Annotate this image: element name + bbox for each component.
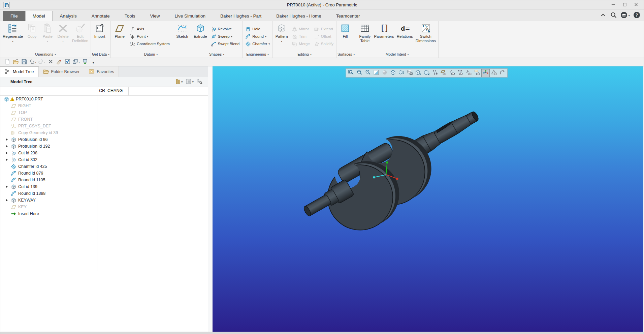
parameters-button[interactable]: []Parameters <box>373 22 395 51</box>
tree-item-chamfer-425[interactable]: Chamfer id 425 <box>0 163 212 170</box>
swept-blend-button[interactable]: Swept Blend <box>210 40 241 48</box>
tree-item-protrusion-192[interactable]: Protrusion id 192 <box>0 143 212 150</box>
tree-item-prt-csys-def[interactable]: y PRT_CSYS_DEF <box>0 123 212 129</box>
mirror-button[interactable]: Mirror <box>291 26 311 33</box>
solidify-button[interactable]: Solidify <box>313 40 334 48</box>
repaint-button[interactable] <box>372 69 380 77</box>
shading-style-button[interactable] <box>380 69 389 77</box>
point-button[interactable]: xPoint▾ <box>129 33 171 40</box>
extend-button[interactable]: Extend <box>313 26 334 33</box>
csys-display-button[interactable] <box>464 69 473 77</box>
crankshaft-model[interactable] <box>213 66 643 332</box>
paste-button[interactable]: Paste▾ <box>40 22 55 51</box>
family-table-button[interactable]: Family Table <box>357 22 373 51</box>
close-window-button[interactable] <box>46 58 55 66</box>
tab-teamcenter[interactable]: Teamcenter <box>329 11 367 21</box>
chamfer-button[interactable]: Chamfer▾ <box>244 40 271 48</box>
expand-arrow-icon[interactable] <box>6 199 11 202</box>
delete-button[interactable]: Delete▾ <box>55 22 71 51</box>
axis-display-button[interactable] <box>448 69 456 77</box>
tree-item-round-879[interactable]: Round id 879 <box>0 170 212 177</box>
redo-button[interactable]: ▾ <box>37 58 46 66</box>
window-arrange-button[interactable]: ▾ <box>72 58 80 66</box>
panel-tab-favorites[interactable]: Favorites <box>84 66 119 77</box>
undo-button[interactable]: ▾ <box>28 58 37 66</box>
tree-item-insert-here[interactable]: Insert Here <box>0 210 212 217</box>
sweep-button[interactable]: Sweep▾ <box>210 33 241 40</box>
erase-not-displayed-button[interactable] <box>55 58 63 66</box>
merge-button[interactable]: Merge <box>291 40 311 48</box>
section-button[interactable] <box>414 69 422 77</box>
tree-item-copy-geometry[interactable]: Copy Geometry id 39 <box>0 129 212 136</box>
round-button[interactable]: Round▾ <box>244 33 271 40</box>
appearance-button[interactable] <box>422 69 431 77</box>
tree-display-button[interactable]: ▾ <box>186 79 194 86</box>
tab-file[interactable]: File <box>3 11 25 21</box>
expand-arrow-icon[interactable] <box>6 138 11 141</box>
tab-model[interactable]: Model <box>25 11 53 21</box>
tab-analysis[interactable]: Analysis <box>53 11 84 21</box>
plane-button[interactable]: Plane <box>112 22 127 51</box>
collapse-ribbon-button[interactable] <box>600 11 607 20</box>
customize-toolbar-button[interactable]: ▾ <box>89 58 97 66</box>
tree-item-round-1388[interactable]: Round id 1388 <box>0 190 212 197</box>
copy-button[interactable]: Copy <box>24 22 40 51</box>
tree-item-protrusion-96[interactable]: Protrusion id 96 <box>0 136 212 143</box>
geometry-checks-button[interactable] <box>490 69 498 77</box>
expand-arrow-icon[interactable] <box>6 145 11 148</box>
tree-item-cut-139[interactable]: Cut id 139 <box>0 183 212 190</box>
zoom-out-button[interactable] <box>363 69 372 77</box>
fill-button[interactable]: Fill <box>337 22 353 51</box>
tree-item-prt0010[interactable]: PRT0010.PRT <box>0 96 212 102</box>
perspective-button[interactable] <box>498 69 507 77</box>
minimize-button[interactable] <box>607 1 619 9</box>
group-label-get-data[interactable]: Get Data▾ <box>92 51 109 58</box>
trim-button[interactable]: Trim <box>291 33 311 40</box>
edit-definition-button[interactable]: Edit Definition <box>71 22 90 51</box>
tree-item-cut-302[interactable]: Cut id 302 <box>0 156 212 163</box>
tree-column-header[interactable]: CR_CHANG <box>0 87 212 96</box>
pattern-button[interactable]: Pattern▾ <box>274 22 289 51</box>
revolve-button[interactable]: Revolve <box>210 26 241 33</box>
graphics-viewport[interactable] <box>213 66 643 332</box>
tree-scrollbar[interactable] <box>208 66 212 332</box>
tab-baker-hughes-part[interactable]: Baker Hughes - Part <box>213 11 269 21</box>
saved-orientations-button[interactable] <box>397 69 406 77</box>
display-style-button[interactable] <box>389 69 397 77</box>
help-button[interactable]: ? <box>633 11 640 20</box>
datum-display-filters-button[interactable] <box>431 69 439 77</box>
group-label-model-intent[interactable]: Model Intent▾ <box>357 51 437 58</box>
sketch-button[interactable]: Sketch <box>174 22 190 51</box>
tree-settings-button[interactable]: ▾ <box>175 79 183 86</box>
group-label-datum[interactable]: Datum▾ <box>112 51 190 58</box>
expand-arrow-icon[interactable] <box>6 185 11 188</box>
group-label-engineering[interactable]: Engineering▾ <box>244 51 271 58</box>
search-button[interactable] <box>610 11 617 20</box>
switch-dimensions-button[interactable]: 15fxSwitch Dimensions <box>414 22 437 51</box>
tab-view[interactable]: View <box>142 11 167 21</box>
save-button[interactable] <box>20 58 28 66</box>
group-label-surfaces[interactable]: Surfaces▾ <box>337 51 355 58</box>
open-button[interactable] <box>11 58 20 66</box>
annotation-display-button[interactable] <box>473 69 481 77</box>
expand-arrow-icon[interactable] <box>6 152 11 154</box>
group-label-operations[interactable]: Operations▾ <box>1 51 90 58</box>
extrude-button[interactable]: Extrude <box>192 22 208 51</box>
tree-item-top[interactable]: TOP <box>0 109 212 116</box>
tree-search-button[interactable] <box>197 79 202 86</box>
connections-button[interactable] <box>81 58 89 66</box>
tree-item-keyway[interactable]: KEYWAY <box>0 197 212 204</box>
spin-center-button[interactable] <box>481 69 490 77</box>
tab-baker-hughes-home[interactable]: Baker Hughes - Home <box>269 11 329 21</box>
hole-button[interactable]: Hole <box>244 26 271 33</box>
regenerate-button[interactable]: Regenerate▾ <box>1 22 24 51</box>
expand-arrow-icon[interactable] <box>6 158 11 161</box>
regenerate-check-button[interactable] <box>63 58 71 66</box>
tree-item-key[interactable]: KEY <box>0 204 212 210</box>
user-menu-button[interactable]: ▾ <box>620 11 630 20</box>
close-button[interactable] <box>630 1 642 9</box>
tree-item-front[interactable]: FRONT <box>0 116 212 123</box>
tree-item-cut-238[interactable]: Cut id 238 <box>0 150 212 156</box>
import-button[interactable]: Import <box>92 22 107 51</box>
zoom-in-button[interactable] <box>355 69 363 77</box>
